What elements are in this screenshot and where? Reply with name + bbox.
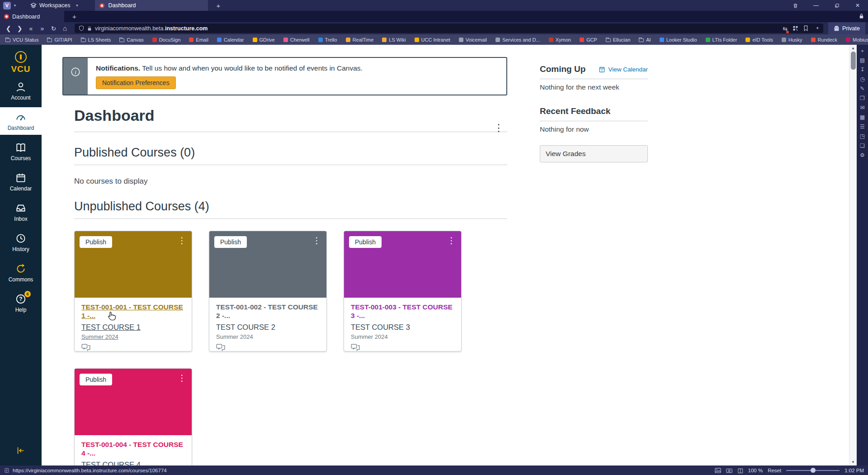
bookmark-item[interactable]: Rundeck [811, 37, 837, 43]
announcements-icon[interactable] [216, 344, 225, 352]
course-card[interactable]: Publish ⋮ TEST-001-003 - TEST COURSE 3 -… [344, 231, 462, 352]
bookmark-item[interactable]: VCU Status [5, 37, 38, 43]
fast-forward-icon[interactable]: » [37, 25, 48, 32]
card-options-kebab-icon[interactable]: ⋮ [312, 235, 321, 246]
windows-panel-icon[interactable]: ❐ [860, 95, 865, 101]
sync-icon[interactable]: ⇆ [783, 24, 788, 33]
feeds-panel-icon[interactable]: ☰ [860, 124, 865, 129]
zoom-reset-button[interactable]: Reset [768, 468, 781, 473]
bookmarks-panel-icon[interactable]: ▤ [860, 57, 865, 63]
titlebar-tab-dashboard[interactable]: Dashboard [95, 0, 208, 11]
forward-icon[interactable]: ❯ [14, 25, 25, 32]
workspaces-button[interactable]: Workspaces ▼ [30, 2, 79, 9]
bookmark-item[interactable]: eID Tools [745, 37, 773, 43]
home-icon[interactable]: ⌂ [59, 24, 71, 32]
course-card-name[interactable]: TEST COURSE 2 [216, 323, 320, 332]
course-card-name[interactable]: TEST COURSE 1 [81, 323, 185, 332]
bookmark-item[interactable]: Voicemail [459, 37, 487, 43]
scroll-down-icon[interactable]: ▼ [851, 460, 855, 464]
new-tab-button[interactable]: + [72, 13, 76, 20]
view-grades-button[interactable]: View Grades [540, 145, 648, 162]
bookmark-item[interactable]: LS Sheets [81, 37, 111, 43]
bookmark-page-icon[interactable] [803, 25, 808, 31]
course-card[interactable]: Publish ⋮ TEST-001-002 - TEST COURSE 2 -… [209, 231, 327, 352]
notes-panel-icon[interactable]: ✎ [860, 86, 864, 91]
tab-dashboard[interactable]: Dashboard [0, 11, 64, 22]
bookmark-item[interactable]: DocuSign [152, 37, 181, 43]
card-options-kebab-icon[interactable]: ⋮ [178, 235, 186, 246]
course-card[interactable]: Publish ⋮ TEST-001-004 - TEST COURSE 4 -… [74, 368, 192, 466]
sidebar-item-account[interactable]: Account [0, 77, 42, 104]
page-scrollbar[interactable]: ▲ ▼ [849, 45, 857, 466]
downloads-panel-icon[interactable]: ↧ [860, 67, 864, 72]
lock-workspace-icon[interactable] [859, 13, 864, 21]
tiling-icon[interactable]: ◫ [737, 467, 743, 474]
address-bar[interactable]: virginiacommonwealth.beta.instructure.co… [75, 24, 823, 33]
close-button[interactable]: ✕ [847, 0, 868, 11]
sidebar-item-dashboard[interactable]: Dashboard [0, 107, 42, 135]
dashboard-options-kebab-icon[interactable]: ⋮ [494, 123, 504, 133]
history-panel-icon[interactable]: ◷ [860, 76, 864, 82]
bookmark-item[interactable]: Looker Studio [660, 37, 697, 43]
reload-icon[interactable]: ↻ [48, 25, 59, 32]
course-card-header[interactable]: Publish ⋮ [209, 231, 326, 298]
minimize-button[interactable]: — [806, 0, 826, 11]
bookmark-item[interactable]: GCP [580, 37, 597, 43]
notification-preferences-button[interactable]: Notification Preferences [96, 76, 176, 89]
add-web-panel-icon[interactable]: ＋ [860, 48, 865, 53]
course-card-header[interactable]: Publish ⋮ [344, 231, 461, 298]
publish-button[interactable]: Publish [80, 374, 112, 385]
vcu-logo[interactable]: VCU [11, 51, 30, 74]
publish-button[interactable]: Publish [214, 236, 247, 248]
capture-page-icon[interactable] [726, 468, 732, 473]
settings-panel-icon[interactable]: ⚙ [860, 152, 865, 158]
bookmark-item[interactable]: Calendar [217, 37, 244, 43]
shield-icon[interactable] [79, 25, 84, 31]
bookmark-item[interactable]: Ellucian [606, 37, 631, 43]
scrollbar-thumb[interactable] [851, 52, 856, 70]
bookmark-item[interactable]: LS Wiki [382, 37, 406, 43]
course-card-header[interactable]: Publish ⋮ [75, 231, 192, 298]
publish-button[interactable]: Publish [349, 236, 382, 248]
vivaldi-menu-icon[interactable]: V [3, 2, 11, 10]
trash-icon[interactable] [785, 0, 806, 11]
publish-button[interactable]: Publish [80, 236, 112, 248]
rewind-icon[interactable]: « [25, 25, 37, 32]
bookmark-item[interactable]: Xymon [549, 37, 571, 43]
course-card-title-link[interactable]: TEST-001-004 - TEST COURSE 4 -... [81, 440, 185, 458]
sidebar-item-courses[interactable]: Courses [0, 138, 42, 165]
maximize-button[interactable] [826, 0, 847, 11]
sidebar-item-help[interactable]: 6 ? Help [0, 289, 42, 317]
address-dropdown-icon[interactable]: ▼ [816, 26, 819, 30]
bookmark-item[interactable]: Cherwell [283, 37, 310, 43]
course-card-title-link[interactable]: TEST-001-003 - TEST COURSE 3 -... [351, 303, 454, 320]
bookmark-item[interactable]: Services and D... [495, 37, 540, 43]
bookmark-item[interactable]: AI [639, 37, 651, 43]
qr-code-icon[interactable] [793, 25, 798, 31]
reading-list-panel-icon[interactable]: ❏ [860, 143, 865, 148]
card-options-kebab-icon[interactable]: ⋮ [447, 235, 456, 246]
zoom-slider-knob[interactable] [811, 468, 816, 473]
card-options-kebab-icon[interactable]: ⋮ [178, 373, 186, 383]
sidebar-item-inbox[interactable]: Inbox [0, 198, 42, 226]
sidebar-item-history[interactable]: History [0, 228, 42, 256]
course-card-header[interactable]: Publish ⋮ [75, 369, 192, 435]
bookmark-item[interactable]: Mobius [846, 37, 868, 43]
bookmark-item[interactable]: GDrive [253, 37, 275, 43]
bookmark-item[interactable]: GIT/API [47, 37, 72, 43]
bookmark-item[interactable]: Canvas [119, 37, 143, 43]
bookmark-item[interactable]: Trello [318, 37, 337, 43]
bookmark-item[interactable]: LTIs Folder [706, 37, 737, 43]
new-tab-button[interactable]: + [216, 2, 220, 10]
mail-panel-icon[interactable]: ✉ [860, 105, 864, 110]
back-icon[interactable]: ❮ [3, 25, 14, 32]
course-card-title-link[interactable]: TEST-001-001 - TEST COURSE 1 -... [81, 303, 185, 320]
bookmark-item[interactable]: RealTime [346, 37, 374, 43]
lock-icon[interactable] [87, 26, 92, 31]
bookmark-item[interactable]: UCC Intranet [415, 37, 450, 43]
sidebar-item-calendar[interactable]: Calendar [0, 168, 42, 195]
vivaldi-menu-chevron-icon[interactable]: ▼ [13, 4, 17, 8]
calendar-panel-icon[interactable]: ▦ [860, 114, 865, 120]
view-calendar-link[interactable]: 3 View Calendar [599, 66, 648, 73]
zoom-slider[interactable] [786, 470, 840, 471]
